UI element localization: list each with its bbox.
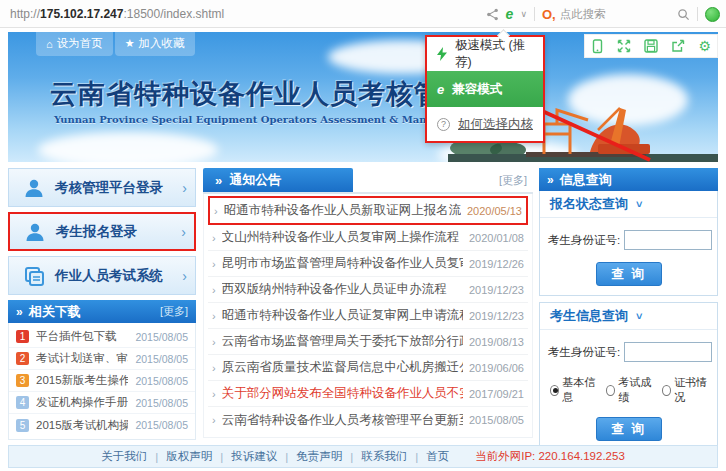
info-type-radios: 基本信息 考试成绩 证书情况 <box>548 375 709 405</box>
id-number-label: 考生身份证号: <box>548 345 620 360</box>
page-content: ⌂ 设为首页 ★ 加入收藏 云南省特种设备作业人员考核管理平台 <box>8 32 718 467</box>
notice-item[interactable]: › 文山州特种设备作业人员复审网上操作流程 2020/01/08 <box>208 225 528 251</box>
sidebar-item-exam-system[interactable]: 作业人员考试系统 › <box>8 256 196 295</box>
fullscreen-icon[interactable] <box>617 39 631 53</box>
bullet-icon: › <box>212 336 216 348</box>
chevron-right-icon: › <box>181 224 186 240</box>
chevron-right-icon: › <box>182 180 187 196</box>
sidebar-item-admin-login[interactable]: 考核管理平台登录 › <box>8 168 196 207</box>
bullet-icon: › <box>212 310 216 322</box>
set-home-button[interactable]: ⌂ 设为首页 <box>36 32 113 56</box>
rank-badge: 5 <box>16 419 29 432</box>
downloads-more-link[interactable]: [更多] <box>160 304 188 319</box>
question-icon: ? <box>437 118 450 131</box>
candidate-id-input[interactable] <box>624 342 712 362</box>
notice-item[interactable]: › 云南省市场监督管理局关于委托下放部分行政许可... 2019/08/13 <box>208 329 528 355</box>
download-item[interactable]: 2 考试计划送审、审核 ... 2015/08/05 <box>9 348 195 370</box>
divider <box>697 7 698 21</box>
download-item[interactable]: 3 2015新版考生操作... 2015/08/05 <box>9 370 195 392</box>
user-icon <box>24 221 46 243</box>
enrol-id-input[interactable] <box>624 230 712 250</box>
browser-speed-ball-icon[interactable] <box>705 7 720 22</box>
footer-link-complaint[interactable]: 投诉建议 <box>231 449 277 464</box>
download-item[interactable]: 5 2015版考试机构操... 2015/08/05 <box>9 414 195 436</box>
browser-page-toolbar: ⚙ <box>584 34 718 58</box>
add-favorite-button[interactable]: ★ 加入收藏 <box>115 32 195 56</box>
downloads-list: 1 平台插件包下载 2015/08/05 2 考试计划送审、审核 ... 201… <box>8 323 196 440</box>
lightning-icon <box>437 47 447 61</box>
tab-notices[interactable]: » 通知公告 <box>203 168 353 192</box>
bullet-icon: › <box>212 362 216 374</box>
radio-dot-icon <box>662 385 671 396</box>
magnifier-icon[interactable] <box>677 8 690 21</box>
id-number-label: 考生身份证号: <box>548 233 620 248</box>
rank-badge: 1 <box>16 330 29 343</box>
save-page-icon[interactable] <box>644 39 658 53</box>
kernel-e-icon[interactable]: e <box>506 6 514 22</box>
search-engine-logo-icon: O, <box>542 7 556 22</box>
ie-e-icon: e <box>437 82 444 97</box>
candidate-query-button[interactable]: 查 询 <box>596 417 662 441</box>
downloads-header: » 相关下载 [更多] <box>8 300 196 323</box>
download-item[interactable]: 1 平台插件包下载 2015/08/05 <box>9 326 195 348</box>
url-text[interactable]: http://175.102.17.247:18500/index.shtml <box>10 0 224 28</box>
browser-search-input[interactable]: O, 点此搜索 <box>542 7 690 22</box>
download-item[interactable]: 4 发证机构操作手册 2015/08/05 <box>9 392 195 414</box>
menu-item-kernel-help[interactable]: ? 如何选择内核 <box>427 107 543 141</box>
double-chevron-icon: » <box>215 173 222 188</box>
notice-item[interactable]: › 昭通市特种设备作业人员证复审网上申请流程及相... 2019/12/23 <box>208 303 528 329</box>
settings-gear-icon[interactable]: ⚙ <box>698 39 711 53</box>
section-enrol-status[interactable]: 报名状态查询 ˅ <box>540 191 717 218</box>
bullet-icon: › <box>212 388 216 400</box>
divider <box>534 7 535 21</box>
bullet-icon: › <box>212 232 216 244</box>
menu-item-compat-mode[interactable]: e 兼容模式 <box>427 71 543 107</box>
search-placeholder: 点此搜索 <box>560 7 673 22</box>
notice-item[interactable]: › 西双版纳州特种设备作业人员证申办流程 2019/12/23 <box>208 277 528 303</box>
notices-more-link[interactable]: [更多] <box>499 173 533 188</box>
footer-link-home[interactable]: 首页 <box>426 449 449 464</box>
rank-badge: 3 <box>16 374 29 387</box>
section-candidate-info[interactable]: 考生信息查询 ˅ <box>540 303 717 330</box>
notices-header: » 通知公告 [更多] <box>203 168 533 194</box>
bullet-icon: › <box>214 205 218 217</box>
rank-badge: 4 <box>16 396 29 409</box>
star-icon: ★ <box>125 37 135 50</box>
kernel-mode-menu: 极速模式 (推荐) e 兼容模式 ? 如何选择内核 <box>425 35 545 143</box>
double-chevron-icon: » <box>547 173 554 187</box>
enrol-query-button[interactable]: 查 询 <box>596 262 662 286</box>
chevron-down-icon: ˅ <box>636 198 642 210</box>
bullet-icon: › <box>212 284 216 296</box>
footer-link-copyright[interactable]: 版权声明 <box>166 449 212 464</box>
footer-link-contact[interactable]: 联系我们 <box>361 449 407 464</box>
exam-docs-icon <box>23 265 45 287</box>
enrol-status-box: 报名状态查询 ˅ 考生身份证号: 查 询 <box>539 191 718 296</box>
notice-item[interactable]: › 原云南省质量技术监督局信息中心机房搬迁公告 2019/06/06 <box>208 355 528 381</box>
footer-link-disclaimer[interactable]: 免责声明 <box>296 449 342 464</box>
share-page-icon[interactable] <box>671 39 685 53</box>
double-chevron-icon: » <box>16 305 23 319</box>
sidebar-item-candidate-login[interactable]: 考生报名登录 › <box>8 212 196 251</box>
browser-address-bar: http://175.102.17.247:18500/index.shtml … <box>0 0 726 28</box>
home-icon: ⌂ <box>46 38 53 50</box>
chevron-right-icon: › <box>182 268 187 284</box>
candidate-info-box: 考生信息查询 ˅ 考生身份证号: 基本信息 考试成绩 <box>539 302 718 451</box>
menu-item-speed-mode[interactable]: 极速模式 (推荐) <box>427 37 543 71</box>
radio-certificate[interactable]: 证书情况 <box>662 375 709 405</box>
footer: 关于我们| 版权声明| 投诉建议| 免责声明| 联系我们| 首页 当前外网IP:… <box>8 445 718 468</box>
footer-link-about[interactable]: 关于我们 <box>101 449 147 464</box>
user-icon <box>23 177 45 199</box>
radio-basic-info[interactable]: 基本信息 <box>550 375 597 405</box>
notice-item[interactable]: › 昭通市特种设备作业人员新取证网上报名流程 NEW 2020/05/13 <box>208 196 528 225</box>
notice-item[interactable]: › 关于部分网站发布全国特种设备作业人员不实信息... 2017/09/21 <box>208 381 528 407</box>
notices-list: › 昭通市特种设备作业人员新取证网上报名流程 NEW 2020/05/13 › … <box>203 194 533 438</box>
mobile-view-icon[interactable] <box>591 39 604 54</box>
external-ip-label: 当前外网IP: 220.164.192.253 <box>475 449 625 464</box>
kernel-dropdown-chevron-icon[interactable]: ∨ <box>520 9 527 19</box>
query-panel: » 信息查询 报名状态查询 ˅ 考生身份证号: 查 询 考生信息查询 ˅ <box>539 168 718 457</box>
share-icon[interactable] <box>486 8 499 21</box>
notice-item[interactable]: › 昆明市市场监督管理局特种设备作业人员复审流程... 2019/12/26 <box>208 251 528 277</box>
notice-item[interactable]: › 云南省特种设备作业人员考核管理平台更新至20... 2015/08/05 <box>208 407 528 433</box>
radio-exam-score[interactable]: 考试成绩 <box>606 375 653 405</box>
query-panel-header: » 信息查询 <box>539 168 718 191</box>
